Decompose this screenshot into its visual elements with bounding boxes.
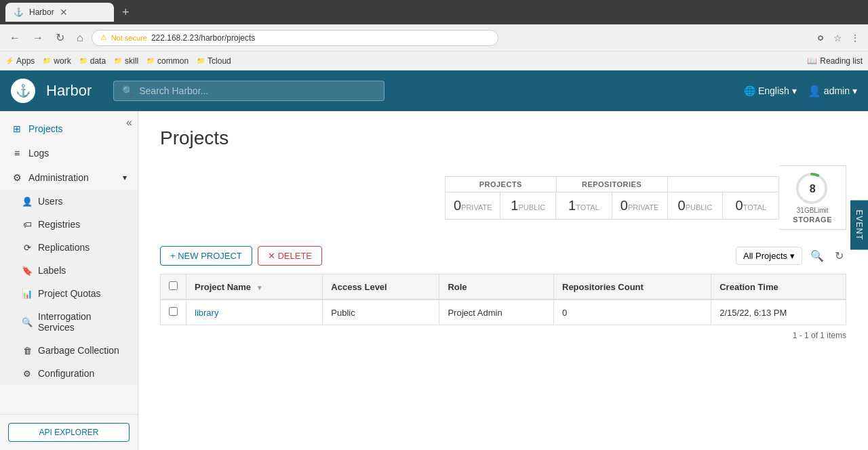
projects-total-value: 1 — [568, 198, 576, 213]
bookmark-data[interactable]: 📁 data — [79, 56, 106, 66]
sidebar-item-logs[interactable]: ≡ Logs — [0, 141, 138, 165]
bookmark-tcloud[interactable]: 📁 Tcloud — [197, 56, 231, 66]
sidebar-collapse-button[interactable]: « — [126, 117, 132, 129]
projects-private-label: PRIVATE — [461, 203, 492, 211]
bookmark-button[interactable]: ☆ — [831, 30, 845, 46]
sidebar-group-administration: ⚙ Administration ▾ 👤 Users 🏷 Registries — [0, 165, 138, 385]
table-row: library Public Project Admin 0 2/15/22, … — [161, 300, 846, 325]
new-tab-button[interactable]: + — [122, 5, 130, 20]
role-cell: Project Admin — [439, 300, 554, 325]
sidebar-item-registries[interactable]: 🏷 Registries — [0, 213, 138, 236]
api-explorer-button[interactable]: API EXPLORER — [8, 423, 130, 442]
bookmark-skill[interactable]: 📁 skill — [114, 56, 138, 66]
reload-button[interactable]: ↻ — [52, 28, 68, 47]
administration-header[interactable]: ⚙ Administration ▾ — [0, 165, 138, 190]
bookmark-common[interactable]: 📁 common — [146, 56, 189, 66]
tab-favicon: ⚓ — [14, 7, 24, 17]
lang-chevron-icon: ▾ — [792, 85, 797, 96]
row-checkbox[interactable] — [169, 307, 178, 316]
replications-icon: ⟳ — [22, 243, 33, 253]
back-button[interactable]: ← — [5, 29, 24, 47]
search-input[interactable] — [139, 85, 376, 96]
sidebar-item-users[interactable]: 👤 Users — [0, 190, 138, 213]
table-body: library Public Project Admin 0 2/15/22, … — [161, 300, 846, 325]
repositories-label: REPOSITORIES — [557, 177, 668, 192]
project-name-header[interactable]: Project Name ▼ — [186, 274, 323, 300]
harbor-logo: ⚓ — [11, 79, 35, 103]
sidebar-item-garbage-collection[interactable]: 🗑 Garbage Collection — [0, 339, 138, 362]
sidebar-footer: API EXPLORER — [0, 414, 138, 450]
new-project-button[interactable]: + NEW PROJECT — [160, 246, 252, 266]
table-header-row: Project Name ▼ Access Level Role Reposit… — [161, 274, 846, 300]
repos-total-label: TOTAL — [743, 203, 766, 211]
projects-total-label: TOTAL — [576, 203, 599, 211]
sidebar-item-configuration[interactable]: ⚙ Configuration — [0, 362, 138, 385]
extensions-button[interactable]: ⭘ — [813, 30, 828, 46]
labels-icon: 🔖 — [22, 266, 33, 276]
sidebar-item-project-quotas[interactable]: 📊 Project Quotas — [0, 282, 138, 305]
filter-chevron-icon: ▾ — [790, 251, 795, 261]
user-chevron-icon: ▾ — [852, 85, 857, 96]
work-folder-icon: 📁 — [43, 57, 51, 64]
row-checkbox-cell[interactable] — [161, 300, 186, 325]
sidebar-item-projects[interactable]: ⊞ Projects — [0, 117, 138, 141]
not-secure-label: Not secure — [111, 34, 147, 42]
storage-label: STORAGE — [793, 216, 832, 224]
app-header: ⚓ Harbor 🔍 🌐 English ▾ 👤 admin ▾ — [0, 70, 868, 111]
repos-count-cell: 0 — [554, 300, 711, 325]
browser-controls: ← → ↻ ⌂ ⚠ Not secure 222.168.2.23/harbor… — [0, 24, 868, 52]
select-all-header[interactable] — [161, 274, 186, 300]
forward-button[interactable]: → — [28, 29, 47, 47]
user-menu[interactable]: 👤 admin ▾ — [808, 85, 857, 98]
tab-title: Harbor — [29, 7, 54, 17]
registries-icon: 🏷 — [22, 220, 33, 230]
harbor-title: Harbor — [46, 82, 92, 100]
projects-private-cell: 0PRIVATE — [446, 192, 501, 219]
browser-actions: ⭘ ☆ ⋮ — [813, 30, 863, 46]
repos-public-cell: 0PUBLIC — [668, 192, 724, 219]
administration-chevron-icon: ▾ — [123, 173, 127, 182]
search-icon: 🔍 — [122, 85, 134, 96]
logs-icon: ≡ — [11, 148, 23, 159]
table-actions-right: All Projects ▾ 🔍 ↻ — [736, 247, 846, 265]
creation-time-header: Creation Time — [711, 274, 846, 300]
refresh-button[interactable]: ↻ — [832, 247, 846, 265]
repos-public-value: 0 — [678, 198, 686, 213]
project-name-link[interactable]: library — [195, 308, 218, 318]
tab-close-button[interactable]: ✕ — [60, 7, 68, 18]
project-name-cell: library — [186, 300, 323, 325]
home-button[interactable]: ⌂ — [73, 29, 87, 47]
reading-list[interactable]: 📖 Reading list — [807, 56, 863, 66]
search-projects-button[interactable]: 🔍 — [808, 247, 827, 265]
sidebar-item-replications[interactable]: ⟳ Replications — [0, 236, 138, 259]
project-quotas-icon: 📊 — [22, 289, 33, 299]
delete-button[interactable]: ✕ DELETE — [258, 246, 322, 266]
more-button[interactable]: ⋮ — [848, 30, 863, 46]
repos-count-header: Repositories Count — [554, 274, 711, 300]
bookmark-work[interactable]: 📁 work — [43, 56, 71, 66]
sidebar-item-labels[interactable]: 🔖 Labels — [0, 259, 138, 282]
storage-card: 8 31GBLimit STORAGE — [779, 165, 846, 230]
globe-icon: 🌐 — [744, 85, 755, 96]
stats-values: 0PRIVATE 1PUBLIC 1TOTAL — [446, 192, 778, 219]
table-toolbar: + NEW PROJECT ✕ DELETE All Projects ▾ 🔍 … — [160, 246, 846, 266]
search-bar[interactable]: 🔍 — [113, 81, 384, 101]
event-tab[interactable]: EVENT — [850, 200, 868, 249]
projects-label: PROJECTS — [446, 177, 557, 192]
address-bar[interactable]: ⚠ Not secure 222.168.2.23/harbor/project… — [92, 30, 498, 46]
garbage-icon: 🗑 — [22, 346, 33, 356]
pagination-info: 1 - 1 of 1 items — [160, 325, 846, 346]
sidebar-nav: ⊞ Projects ≡ Logs ⚙ Administration ▾ � — [0, 111, 138, 414]
bookmark-apps[interactable]: ⚡ Apps — [5, 56, 35, 66]
sidebar-item-interrogation-services[interactable]: 🔍 Interrogation Services — [0, 305, 138, 339]
app: ⚓ Harbor 🔍 🌐 English ▾ 👤 admin ▾ « — [0, 70, 868, 450]
common-folder-icon: 📁 — [146, 57, 155, 64]
project-filter-dropdown[interactable]: All Projects ▾ — [736, 247, 802, 265]
storage-limit: 31GBLimit — [797, 207, 829, 214]
header-right: 🌐 English ▾ 👤 admin ▾ — [744, 85, 857, 98]
select-all-checkbox[interactable] — [169, 281, 178, 290]
language-selector[interactable]: 🌐 English ▾ — [744, 85, 797, 96]
access-level-cell: Public — [323, 300, 439, 325]
tcloud-folder-icon: 📁 — [197, 57, 205, 64]
browser-tab[interactable]: ⚓ Harbor ✕ — [5, 3, 114, 22]
